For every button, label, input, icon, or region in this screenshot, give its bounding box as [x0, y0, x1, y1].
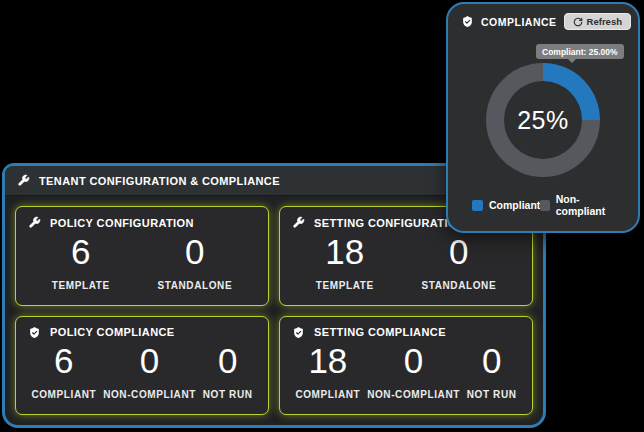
- legend-swatch: [472, 200, 483, 211]
- compliance-donut-chart[interactable]: 25%: [486, 63, 600, 177]
- stat-label: STANDALONE: [421, 280, 496, 291]
- stat-label: STANDALONE: [157, 280, 232, 291]
- card-title: POLICY CONFIGURATION: [50, 217, 194, 229]
- card-header: SETTING COMPLIANCE: [292, 326, 520, 339]
- dashboard-background: TENANT CONFIGURATION & COMPLIANCE POLICY…: [0, 0, 644, 432]
- stats-row: 6 COMPLIANT 0 NON-COMPLIANT 0 NOT RUN: [28, 339, 256, 406]
- stat-label: TEMPLATE: [316, 280, 374, 291]
- stat-not-run: 0 NOT RUN: [203, 343, 253, 400]
- stat-value: 0: [157, 234, 232, 269]
- stat-non-compliant: 0 NON-COMPLIANT: [367, 343, 460, 400]
- legend-label: Compliant: [489, 199, 540, 211]
- compliance-title: COMPLIANCE: [481, 16, 557, 28]
- stat-value: 0: [203, 343, 253, 378]
- chart-tooltip: Compliant: 25.00%: [536, 44, 624, 59]
- card-title: SETTING COMPLIANCE: [314, 326, 446, 338]
- card-policy-configuration: POLICY CONFIGURATION 6 TEMPLATE 0 STANDA…: [15, 206, 269, 306]
- legend-swatch: [540, 200, 549, 211]
- stat-value: 0: [467, 343, 517, 378]
- shield-check-icon: [28, 326, 41, 339]
- legend-label: Non-compliant: [556, 193, 618, 217]
- stat-value: 0: [421, 234, 496, 269]
- chart-legend: Compliant Non-compliant: [448, 193, 638, 217]
- stat-label: COMPLIANT: [295, 389, 360, 400]
- stat-label: TEMPLATE: [52, 280, 110, 291]
- stat-value: 0: [367, 343, 460, 378]
- stat-label: NON-COMPLIANT: [103, 389, 196, 400]
- stat-label: NON-COMPLIANT: [367, 389, 460, 400]
- stat-standalone: 0 STANDALONE: [157, 234, 232, 291]
- stat-compliant: 6 COMPLIANT: [31, 343, 96, 400]
- stat-standalone: 0 STANDALONE: [421, 234, 496, 291]
- stat-template: 18 TEMPLATE: [316, 234, 374, 291]
- stat-label: NOT RUN: [203, 389, 253, 400]
- stat-value: 18: [295, 343, 360, 378]
- stat-compliant: 18 COMPLIANT: [295, 343, 360, 400]
- compliance-widget: COMPLIANCE Refresh Compliant: 25.00% 25%: [446, 2, 640, 233]
- stats-row: 18 TEMPLATE 0 STANDALONE: [292, 229, 520, 296]
- stat-non-compliant: 0 NON-COMPLIANT: [103, 343, 196, 400]
- stat-label: COMPLIANT: [31, 389, 96, 400]
- wrench-icon: [292, 216, 305, 229]
- donut-center-label: 25%: [517, 106, 569, 135]
- card-header: POLICY CONFIGURATION: [28, 216, 256, 229]
- card-header: POLICY COMPLIANCE: [28, 326, 256, 339]
- wrench-icon: [28, 216, 41, 229]
- card-policy-compliance: POLICY COMPLIANCE 6 COMPLIANT 0 NON-COMP…: [15, 316, 269, 416]
- shield-check-icon: [461, 15, 474, 28]
- compliance-header: COMPLIANCE Refresh: [448, 4, 638, 30]
- legend-item-non-compliant[interactable]: Non-compliant: [540, 193, 618, 217]
- tooltip-arrow-icon: [568, 59, 576, 63]
- wrench-icon: [17, 174, 30, 187]
- shield-check-icon: [292, 326, 305, 339]
- stat-template: 6 TEMPLATE: [52, 234, 110, 291]
- legend-item-compliant[interactable]: Compliant: [472, 193, 540, 217]
- refresh-button[interactable]: Refresh: [564, 13, 631, 30]
- stat-value: 0: [103, 343, 196, 378]
- refresh-icon: [573, 17, 583, 27]
- donut-hole: 25%: [504, 81, 582, 159]
- stat-value: 6: [31, 343, 96, 378]
- stat-not-run: 0 NOT RUN: [467, 343, 517, 400]
- stat-label: NOT RUN: [467, 389, 517, 400]
- stat-value: 18: [316, 234, 374, 269]
- main-panel-title: TENANT CONFIGURATION & COMPLIANCE: [39, 175, 280, 187]
- stats-row: 6 TEMPLATE 0 STANDALONE: [28, 229, 256, 296]
- stat-value: 6: [52, 234, 110, 269]
- card-title: SETTING CONFIGURATION: [314, 217, 465, 229]
- chart-tooltip-label: Compliant: 25.00%: [542, 47, 618, 57]
- card-title: POLICY COMPLIANCE: [50, 326, 175, 338]
- card-setting-compliance: SETTING COMPLIANCE 18 COMPLIANT 0 NON-CO…: [279, 316, 533, 416]
- refresh-button-label: Refresh: [587, 16, 622, 27]
- stats-row: 18 COMPLIANT 0 NON-COMPLIANT 0 NOT RUN: [292, 339, 520, 406]
